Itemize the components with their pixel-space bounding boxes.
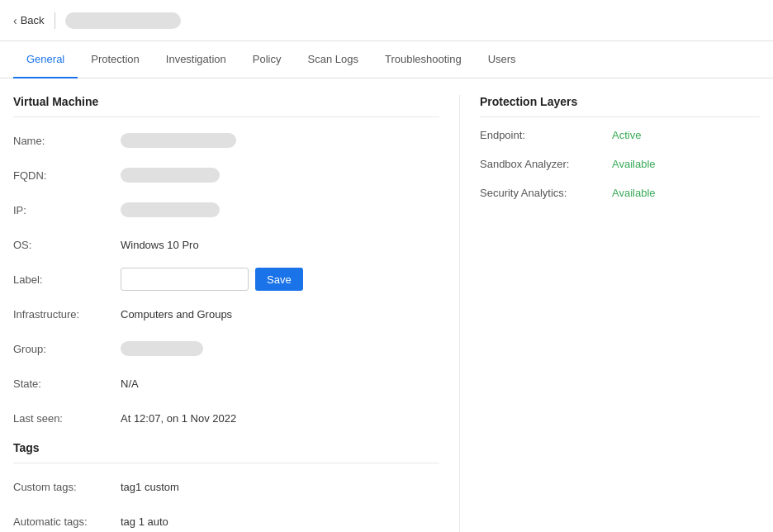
ip-placeholder [121,202,220,217]
top-bar-divider [55,12,55,29]
last-seen-row: Last seen: At 12:07, on 1 Nov 2022 [13,406,439,430]
chevron-left-icon: ‹ [13,14,17,27]
security-analytics-row: Security Analytics: Available [480,187,760,199]
automatic-tags-label: Automatic tags: [13,515,121,528]
right-panel: Protection Layers Endpoint: Active Sandb… [459,95,760,532]
top-bar: ‹ Back [0,0,773,41]
fqdn-row: FQDN: [13,164,439,187]
tab-troubleshooting[interactable]: Troubleshooting [372,41,475,78]
tab-users[interactable]: Users [475,41,529,78]
ip-row: IP: [13,198,439,221]
name-row: Name: [13,129,439,152]
sandbox-label: Sandbox Analyzer: [480,158,612,170]
state-value: N/A [121,378,439,390]
group-label: Group: [13,343,121,355]
fqdn-value [121,168,439,183]
last-seen-label: Last seen: [13,412,121,425]
tab-investigation[interactable]: Investigation [153,41,239,78]
tab-general[interactable]: General [13,41,78,78]
name-value [121,133,439,148]
ip-value [121,202,439,217]
automatic-tags-value: tag 1 auto [121,515,439,528]
infrastructure-row: Infrastructure: Computers and Groups [13,302,439,325]
group-row: Group: [13,337,439,360]
label-input-group: Save [121,268,439,291]
protection-layers-title: Protection Layers [480,95,760,117]
virtual-machine-title: Virtual Machine [13,95,439,117]
back-label: Back [21,14,45,26]
state-label: State: [13,378,121,390]
infrastructure-label: Infrastructure: [13,308,121,321]
top-bar-title-placeholder [65,12,181,29]
back-button[interactable]: ‹ Back [13,14,45,27]
name-placeholder [121,133,236,148]
group-value [121,341,439,356]
tab-protection[interactable]: Protection [78,41,153,78]
security-analytics-status: Available [612,187,656,199]
sandbox-status: Available [612,158,656,170]
endpoint-status: Active [612,129,641,141]
os-row: OS: Windows 10 Pro [13,233,439,256]
label-label: Label: [13,273,121,286]
fqdn-label: FQDN: [13,169,121,182]
security-analytics-label: Security Analytics: [480,187,612,199]
endpoint-label: Endpoint: [480,129,612,141]
label-input[interactable] [121,268,249,291]
content-area: Virtual Machine Name: FQDN: IP: OS: Wind… [0,78,773,532]
tab-bar: General Protection Investigation Policy … [0,41,773,78]
left-panel: Virtual Machine Name: FQDN: IP: OS: Wind… [13,95,459,532]
tags-title: Tags [13,441,439,463]
label-row: Label: Save [13,268,439,291]
ip-label: IP: [13,204,121,216]
state-row: State: N/A [13,372,439,395]
custom-tags-row: Custom tags: tag1 custom [13,475,439,498]
custom-tags-value: tag1 custom [121,481,439,493]
sandbox-row: Sandbox Analyzer: Available [480,158,760,170]
automatic-tags-row: Automatic tags: tag 1 auto [13,510,439,532]
save-button[interactable]: Save [255,268,303,291]
tab-scan-logs[interactable]: Scan Logs [294,41,371,78]
last-seen-value: At 12:07, on 1 Nov 2022 [121,412,439,425]
tab-policy[interactable]: Policy [239,41,295,78]
fqdn-placeholder [121,168,220,183]
custom-tags-label: Custom tags: [13,481,121,493]
endpoint-row: Endpoint: Active [480,129,760,141]
group-placeholder [121,341,203,356]
tags-section: Tags Custom tags: tag1 custom Automatic … [13,441,439,532]
infrastructure-value: Computers and Groups [121,308,439,321]
name-label: Name: [13,135,121,147]
os-label: OS: [13,239,121,251]
label-value: Save [121,268,439,291]
os-value: Windows 10 Pro [121,239,439,251]
